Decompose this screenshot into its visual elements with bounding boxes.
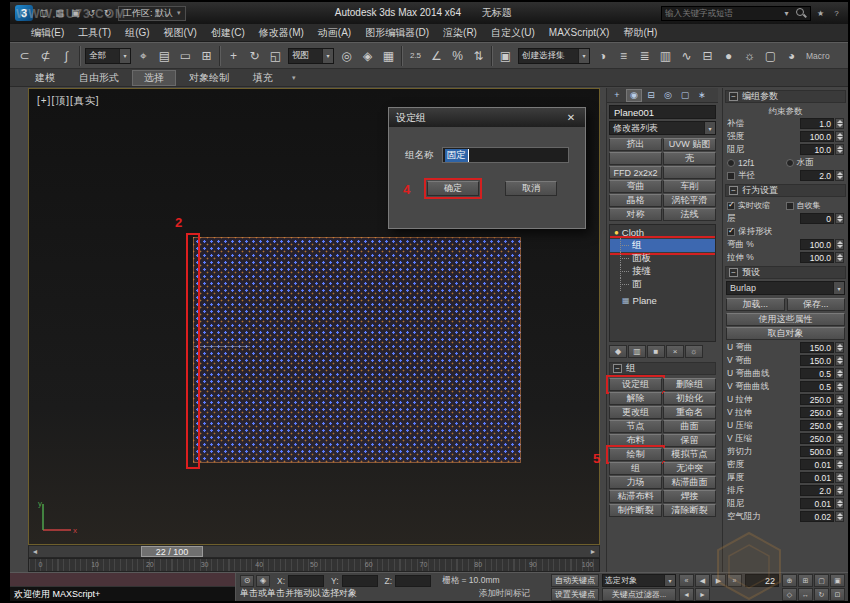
ribbon-tab-1[interactable]: 建模: [24, 70, 66, 86]
open-file-icon[interactable]: ▤: [52, 6, 67, 21]
group-button-设定组[interactable]: 设定组: [609, 378, 662, 391]
zoom-extents-icon[interactable]: ▢: [814, 574, 829, 587]
spinner[interactable]: [835, 381, 844, 392]
previous-frame-icon[interactable]: ◀: [695, 574, 710, 587]
undo-icon[interactable]: ↺: [84, 6, 99, 21]
group-button-焊接[interactable]: 焊接: [663, 490, 716, 503]
layer-field[interactable]: 0: [800, 213, 834, 224]
param-field[interactable]: 100.0: [800, 131, 834, 142]
curve-editor-icon[interactable]: ∿: [676, 45, 697, 66]
graphite-ribbon-icon[interactable]: ▥: [655, 45, 676, 66]
selection-filter-select[interactable]: 全部▾: [85, 48, 131, 64]
group-button-更改组[interactable]: 更改组: [609, 406, 662, 419]
spinner[interactable]: [835, 342, 844, 353]
zoom-icon[interactable]: ⊕: [782, 574, 797, 587]
spinner[interactable]: [835, 355, 844, 366]
modifier-button-对称[interactable]: 对称: [609, 208, 662, 221]
spinner[interactable]: [835, 407, 844, 418]
param-field[interactable]: 500.0: [800, 446, 834, 457]
group-button-组[interactable]: 组: [609, 462, 662, 475]
param-field[interactable]: 100.0: [800, 239, 834, 250]
show-end-result-icon[interactable]: ▥: [628, 345, 646, 358]
x-coordinate-field[interactable]: [288, 575, 324, 587]
set-key-button[interactable]: 设置关键点: [551, 588, 599, 601]
search-input[interactable]: [665, 8, 778, 18]
spinner[interactable]: [835, 420, 844, 431]
modifier-button-UVW 贴图[interactable]: UVW 贴图: [663, 138, 716, 151]
angle-snap-icon[interactable]: ∠: [426, 45, 447, 66]
stack-item-root[interactable]: ●Cloth: [610, 226, 715, 239]
spinner[interactable]: [835, 144, 844, 155]
go-to-start-icon[interactable]: «: [679, 574, 694, 587]
group-button-删除组[interactable]: 删除组: [663, 378, 716, 391]
spinner[interactable]: [835, 433, 844, 444]
ribbon-tab-4[interactable]: 对象绘制: [178, 70, 240, 86]
timeline-forward-icon[interactable]: ►: [587, 546, 599, 557]
param-field[interactable]: 250.0: [800, 420, 834, 431]
ok-button[interactable]: 确定: [427, 181, 479, 196]
cancel-button[interactable]: 取消: [505, 181, 557, 196]
pan-icon[interactable]: ↔: [798, 588, 813, 601]
modifier-button-法线[interactable]: 法线: [663, 208, 716, 221]
utilities-tab-icon[interactable]: ∗: [694, 89, 710, 102]
rendered-frame-icon[interactable]: ▢: [760, 45, 781, 66]
z-coordinate-field[interactable]: [395, 575, 431, 587]
modify-tab-icon[interactable]: ◉: [626, 89, 642, 102]
object-name-field[interactable]: Plane001: [609, 105, 716, 119]
modifier-list-select[interactable]: 修改器列表 ▾: [609, 121, 716, 135]
modifier-button-壳[interactable]: 壳: [663, 152, 716, 165]
help-icon[interactable]: ?: [830, 7, 843, 20]
go-to-end-icon[interactable]: »: [727, 574, 742, 587]
pin-stack-icon[interactable]: ◆: [609, 345, 627, 358]
use-pivot-center-icon[interactable]: ◎: [336, 45, 357, 66]
param-field[interactable]: 250.0: [800, 407, 834, 418]
keep-shape-checkbox[interactable]: [727, 228, 735, 236]
motion-tab-icon[interactable]: ◎: [660, 89, 676, 102]
behavior-checkbox[interactable]: [727, 202, 735, 210]
menu-item-4[interactable]: 视图(V): [157, 24, 204, 41]
save-button[interactable]: 保存...: [787, 298, 846, 311]
plane-mesh[interactable]: [193, 237, 521, 463]
workspace-select[interactable]: 工作区: 默认 ▾: [118, 6, 186, 21]
remove-modifier-icon[interactable]: ×: [666, 345, 684, 358]
timeline-thumb[interactable]: 22 / 100: [141, 546, 203, 557]
spinner[interactable]: [835, 394, 844, 405]
group-button-无冲突[interactable]: 无冲突: [663, 462, 716, 475]
menu-item-9[interactable]: 渲染(R): [436, 24, 484, 41]
param-field[interactable]: 1.0: [800, 118, 834, 129]
next-key-icon[interactable]: ►: [695, 588, 710, 601]
modifier-button-blank[interactable]: [663, 166, 716, 179]
radio-icon[interactable]: [727, 159, 735, 167]
spinner[interactable]: [835, 446, 844, 457]
menu-item-12[interactable]: 帮助(H): [616, 24, 664, 41]
spinner[interactable]: [835, 459, 844, 470]
snap-toggle-icon[interactable]: 2.5: [405, 45, 426, 66]
isolate-selection-icon[interactable]: ⊙: [240, 575, 254, 587]
community-icon[interactable]: ★: [814, 7, 827, 20]
current-frame-field[interactable]: 22: [745, 574, 779, 587]
menu-item-11[interactable]: MAXScript(X): [542, 24, 617, 41]
group-button-粘滞曲面[interactable]: 粘滞曲面: [663, 476, 716, 489]
modifier-button-车削[interactable]: 车削: [663, 180, 716, 193]
param-field[interactable]: 150.0: [800, 355, 834, 366]
y-coordinate-field[interactable]: [342, 575, 378, 587]
ribbon-tab-3[interactable]: 选择: [132, 70, 176, 86]
align-icon[interactable]: ≡: [613, 45, 634, 66]
render-production-icon[interactable]: ◕: [781, 45, 802, 66]
radius-checkbox[interactable]: [727, 172, 735, 180]
window-crossing-icon[interactable]: ⊞: [196, 45, 217, 66]
redo-icon[interactable]: ↻: [100, 6, 115, 21]
spinner[interactable]: [835, 511, 844, 522]
maxscript-mini-listener[interactable]: 欢迎使用 MAXScript+: [10, 573, 236, 601]
group-button-力场[interactable]: 力场: [609, 476, 662, 489]
key-filters-button[interactable]: 关键点过滤器...: [602, 588, 676, 601]
param-field[interactable]: 250.0: [800, 433, 834, 444]
create-tab-icon[interactable]: +: [609, 89, 625, 102]
menu-item-3[interactable]: 组(G): [118, 24, 156, 41]
search-icon[interactable]: [795, 7, 807, 19]
layer-manager-icon[interactable]: ≣: [634, 45, 655, 66]
orbit-icon[interactable]: ↻: [814, 588, 829, 601]
keyboard-override-icon[interactable]: ▦: [378, 45, 399, 66]
group-rollout-header[interactable]: − 组: [609, 362, 716, 375]
close-icon[interactable]: ✕: [564, 112, 578, 123]
